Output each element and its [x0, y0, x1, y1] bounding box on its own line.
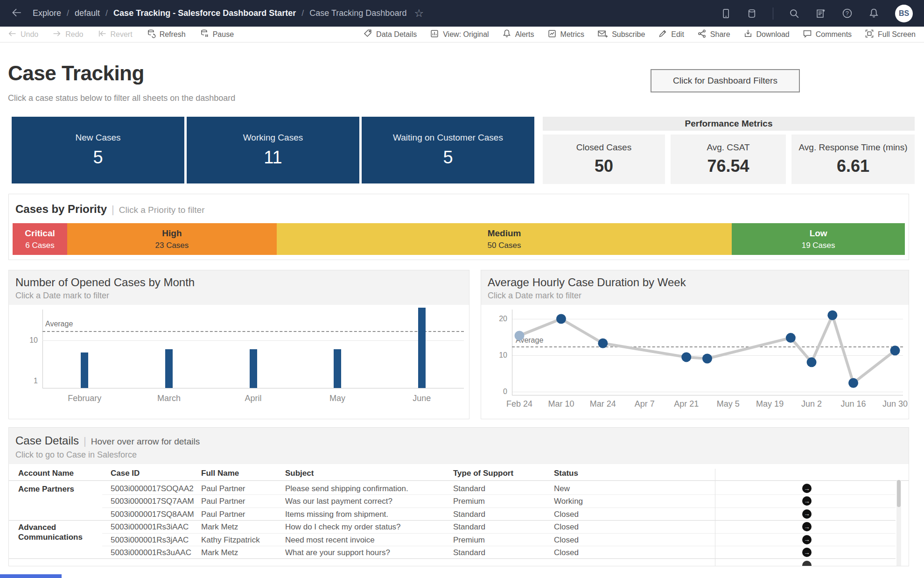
page-subtitle: Click a case status below to filter all …: [8, 93, 235, 103]
case-details-title: Case Details: [15, 434, 79, 447]
bottom-scroll-indicator[interactable]: [0, 574, 62, 578]
revert-label: Revert: [111, 30, 133, 39]
back-button[interactable]: [10, 7, 22, 20]
user-avatar[interactable]: BS: [895, 5, 913, 22]
data-point-jun-30[interactable]: [890, 345, 900, 355]
undo-button[interactable]: Undo: [7, 29, 38, 40]
priority-segment-critical[interactable]: Critical6 Cases: [13, 223, 67, 255]
kpi-card-working-cases[interactable]: Working Cases 11: [187, 117, 359, 183]
data-point-jun-16[interactable]: [848, 378, 858, 388]
share-button[interactable]: Share: [697, 29, 730, 40]
edit-pencil-icon: [658, 29, 667, 40]
alerts-bell-icon: [502, 29, 511, 40]
breadcrumb-project[interactable]: default: [75, 8, 100, 18]
priority-segment-low[interactable]: Low19 Cases: [732, 223, 905, 255]
full-name-cell: Mark Metz: [201, 522, 280, 532]
data-point-may-26[interactable]: [786, 333, 796, 343]
kpi-card-new-cases[interactable]: New Cases 5: [12, 117, 184, 183]
table-scrollbar-thumb[interactable]: [897, 480, 901, 507]
table-row[interactable]: Advanced Communications5003i000001Rs3iAA…: [9, 520, 909, 533]
metrics-button[interactable]: Metrics: [547, 29, 585, 40]
open-case-arrow[interactable]: →: [802, 548, 812, 557]
topbar-divider: [773, 7, 773, 20]
table-row[interactable]: 5003i0000017SQ8AAMPaul PartnerItems miss…: [9, 508, 909, 520]
alerts-button[interactable]: Alerts: [502, 29, 534, 40]
row-separator: [102, 546, 896, 546]
case-id-cell: 5003i000001Rs3uAAC: [111, 548, 197, 557]
full-name-cell: Mark Metz: [201, 548, 280, 557]
priority-segment-high[interactable]: High23 Cases: [67, 223, 277, 255]
open-case-arrow[interactable]: →: [802, 484, 812, 493]
open-case-arrow[interactable]: →: [802, 522, 812, 531]
x-tick-label: April: [245, 394, 261, 403]
table-row[interactable]: Acme Partners5003i0000017SOQAA2Paul Part…: [9, 482, 909, 494]
data-point-feb-24[interactable]: [515, 331, 525, 340]
table-row[interactable]: 5003i0000017SQ7AAMPaul PartnerWas our la…: [9, 494, 909, 507]
data-source-icon[interactable]: [747, 8, 757, 19]
device-preview-icon[interactable]: [721, 8, 731, 19]
arrow-column-divider: [715, 469, 715, 566]
priority-segment-label: High: [162, 228, 182, 239]
line-chart-plot: 01020Feb 24Mar 10Mar 24Apr 7Apr 21May 5M…: [481, 270, 909, 419]
breadcrumb-explore[interactable]: Explore: [33, 8, 61, 18]
favorite-star-icon[interactable]: ☆: [414, 7, 424, 20]
recents-icon[interactable]: [815, 8, 826, 19]
pause-button[interactable]: Pause: [200, 29, 234, 40]
download-icon: [743, 29, 753, 40]
data-point-jun-2[interactable]: [807, 357, 817, 367]
share-label: Share: [710, 30, 730, 39]
dashboard-filters-button[interactable]: Click for Dashboard Filters: [651, 69, 800, 92]
edit-button[interactable]: Edit: [658, 29, 684, 40]
table-row[interactable]: 5003i000001Rs3jAACKathy FitzpatrickNeed …: [9, 533, 909, 546]
refresh-label: Refresh: [160, 30, 186, 39]
data-point-mar-24[interactable]: [598, 338, 608, 348]
metric-value: 76.54: [707, 156, 749, 176]
metric-closed-cases: Closed Cases 50: [543, 134, 665, 184]
comments-button[interactable]: Comments: [803, 29, 852, 40]
column-header-full-name: Full Name: [201, 469, 239, 478]
data-point-mar-10[interactable]: [556, 314, 566, 324]
full-screen-button[interactable]: Full Screen: [865, 29, 916, 40]
bar-march[interactable]: [165, 349, 173, 388]
breadcrumb-workbook[interactable]: Case Tracking - Salesforce Dashboard Sta…: [113, 8, 296, 18]
data-details-button[interactable]: Data Details: [363, 29, 417, 40]
notifications-bell-icon[interactable]: [868, 8, 879, 19]
redo-button[interactable]: Redo: [52, 29, 83, 40]
undo-icon: [7, 29, 17, 40]
bar-february[interactable]: [81, 352, 88, 388]
bar-april[interactable]: [250, 349, 257, 388]
row-separator: [102, 533, 896, 534]
table-row[interactable]: 5003i000001Rs3uAACMark MetzWhat are your…: [9, 546, 909, 558]
open-case-arrow[interactable]: →: [802, 496, 812, 506]
kpi-card-waiting-cases[interactable]: Waiting on Customer Cases 5: [362, 117, 534, 183]
comments-label: Comments: [816, 30, 852, 39]
priority-segment-count: 19 Cases: [802, 241, 835, 250]
data-point-apr-28[interactable]: [702, 354, 712, 364]
priority-segment-count: 50 Cases: [488, 241, 521, 250]
bar-june[interactable]: [418, 308, 426, 388]
case-id-cell: 5003i0000017SQ7AAM: [111, 497, 197, 506]
redo-icon: [52, 29, 62, 40]
priority-segment-count: 6 Cases: [25, 241, 54, 250]
open-case-arrow[interactable]: →: [802, 509, 812, 519]
priority-segment-medium[interactable]: Medium50 Cases: [277, 223, 732, 255]
status-cell: Closed: [554, 536, 624, 545]
bar-may[interactable]: [334, 349, 341, 388]
revert-button[interactable]: Revert: [98, 29, 133, 40]
subject-cell: Was our last payment correct?: [285, 497, 448, 506]
download-button[interactable]: Download: [743, 29, 790, 40]
view-original-button[interactable]: View: Original: [430, 29, 489, 40]
search-icon[interactable]: [789, 8, 799, 19]
data-point-apr-21[interactable]: [681, 352, 691, 362]
subscribe-button[interactable]: Subscribe: [597, 29, 645, 40]
data-point-jun-9[interactable]: [827, 310, 837, 320]
open-case-arrow[interactable]: [802, 561, 812, 566]
subscribe-envelope-icon: [597, 29, 608, 40]
refresh-button[interactable]: Refresh: [147, 29, 186, 40]
x-axis-line: [42, 388, 464, 388]
duration-line: [519, 315, 895, 383]
priority-segment-label: Low: [810, 228, 827, 239]
help-icon[interactable]: ?: [842, 8, 853, 19]
open-case-arrow[interactable]: →: [802, 535, 812, 544]
subject-cell: How do I check my order status?: [285, 522, 448, 532]
